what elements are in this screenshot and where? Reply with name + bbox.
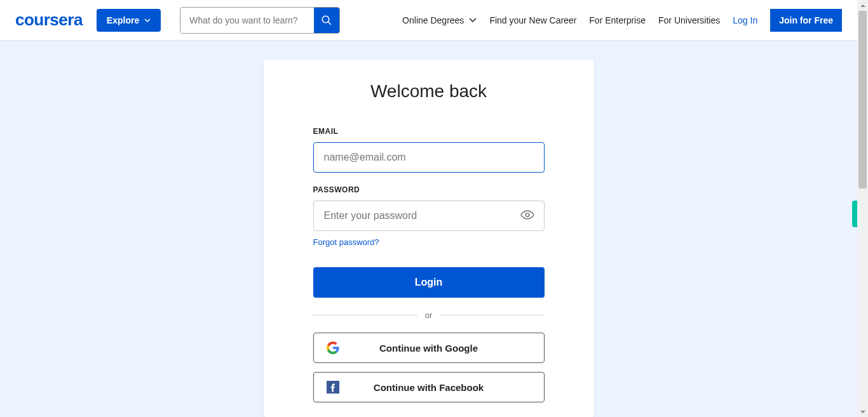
svg-point-2 — [526, 213, 529, 217]
scroll-thumb[interactable] — [858, 11, 867, 189]
svg-line-1 — [328, 22, 331, 25]
nav-online-degrees[interactable]: Online Degrees — [402, 15, 477, 25]
divider: or — [313, 310, 545, 320]
search-container — [180, 7, 340, 34]
divider-text: or — [425, 310, 433, 320]
divider-line — [313, 315, 417, 315]
coursera-logo[interactable]: coursera — [15, 10, 83, 30]
continue-facebook-button[interactable]: Continue with Facebook — [313, 372, 545, 402]
password-wrap — [313, 201, 545, 231]
facebook-icon — [327, 381, 339, 394]
triangle-down-icon — [860, 409, 866, 415]
divider-line — [440, 315, 544, 315]
nav-right: Online Degrees Find your New Career For … — [402, 9, 842, 32]
search-button[interactable] — [314, 8, 339, 33]
chevron-down-icon — [144, 18, 151, 22]
search-input[interactable] — [180, 8, 314, 33]
nav-login[interactable]: Log In — [733, 15, 757, 25]
continue-facebook-label: Continue with Facebook — [325, 382, 532, 393]
forgot-password-link[interactable]: Forgot password? — [313, 237, 379, 247]
feedback-tab[interactable] — [852, 201, 857, 227]
password-field[interactable] — [313, 201, 545, 231]
nav-online-degrees-label: Online Degrees — [402, 15, 464, 25]
login-card: Welcome back EMAIL PASSWORD Forgot passw… — [264, 60, 594, 417]
nav-universities[interactable]: For Universities — [658, 15, 720, 25]
search-icon — [321, 15, 332, 26]
eye-icon — [520, 210, 534, 220]
email-label: EMAIL — [313, 127, 545, 136]
chevron-down-icon — [469, 18, 477, 23]
triangle-up-icon — [860, 3, 866, 9]
nav-new-career[interactable]: Find your New Career — [489, 15, 576, 25]
main-area: Welcome back EMAIL PASSWORD Forgot passw… — [0, 41, 857, 417]
join-for-free-button[interactable]: Join for Free — [770, 9, 842, 32]
continue-google-button[interactable]: Continue with Google — [313, 333, 545, 363]
login-button[interactable]: Login — [313, 267, 545, 298]
password-label: PASSWORD — [313, 185, 545, 194]
svg-point-0 — [322, 16, 329, 23]
explore-label: Explore — [107, 15, 139, 25]
email-field[interactable] — [313, 142, 545, 173]
continue-google-label: Continue with Google — [325, 343, 532, 354]
explore-button[interactable]: Explore — [97, 9, 161, 32]
header: coursera Explore Online Degrees Find you… — [0, 0, 857, 41]
scroll-up-button[interactable] — [857, 0, 868, 11]
scrollbar[interactable] — [857, 0, 868, 417]
scroll-down-button[interactable] — [857, 406, 868, 417]
show-password-button[interactable] — [518, 208, 537, 225]
login-title: Welcome back — [313, 81, 545, 102]
google-icon — [327, 341, 339, 354]
nav-enterprise[interactable]: For Enterprise — [589, 15, 646, 25]
